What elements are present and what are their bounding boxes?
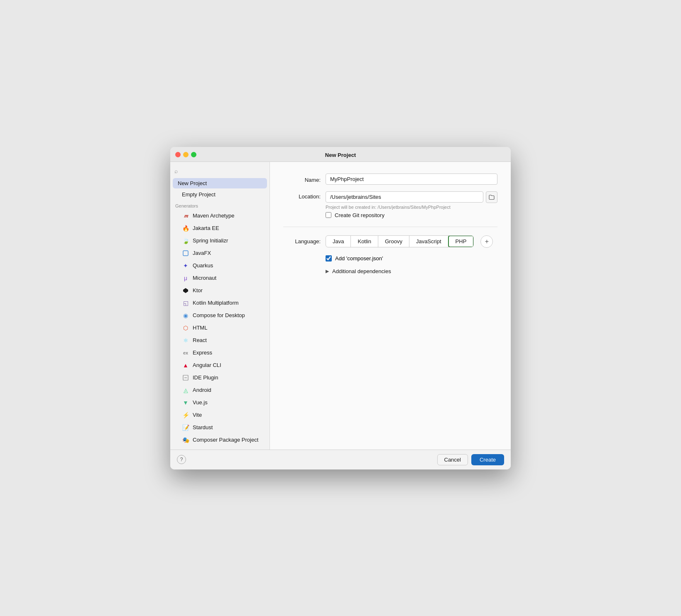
ktor-icon — [182, 287, 189, 294]
android-icon: ◬ — [182, 386, 189, 394]
create-git-checkbox[interactable] — [326, 212, 331, 218]
new-project-dialog: New Project ⌕ New Project Empty Project … — [170, 147, 511, 469]
javafx-icon — [182, 249, 189, 257]
help-icon: ? — [180, 457, 183, 462]
folder-icon — [489, 194, 495, 200]
sidebar-item-javafx[interactable]: JavaFX — [173, 247, 267, 259]
sidebar-item-html[interactable]: ⬡ HTML — [173, 322, 267, 334]
create-button[interactable]: Create — [471, 454, 504, 465]
language-javascript-button[interactable]: JavaScript — [409, 236, 448, 247]
sidebar-item-kotlin-multiplatform[interactable]: ◱ Kotlin Multiplatform — [173, 297, 267, 309]
vuejs-label: Vue.js — [193, 399, 208, 406]
location-field-container: Project will be created in: /Users/jetbr… — [326, 191, 497, 218]
name-label: Name: — [283, 175, 321, 183]
svg-marker-1 — [183, 288, 188, 293]
window-controls — [175, 152, 196, 157]
name-input[interactable] — [326, 174, 497, 185]
micronaut-icon: μ — [182, 274, 189, 282]
cancel-button[interactable]: Cancel — [437, 454, 468, 465]
composer-package-project-label: Composer Package Project — [193, 437, 258, 443]
sidebar-item-quarkus[interactable]: ✦ Quarkus — [173, 260, 267, 271]
language-label: Language: — [283, 238, 321, 244]
vite-icon: ⚡ — [182, 411, 189, 419]
chevron-right-icon: ▶ — [326, 269, 329, 274]
help-button[interactable]: ? — [177, 455, 186, 464]
footer-actions: Cancel Create — [437, 454, 505, 465]
title-bar: New Project — [170, 147, 511, 162]
language-kotlin-button[interactable]: Kotlin — [351, 236, 378, 247]
sidebar-item-react[interactable]: ⚛ React — [173, 335, 267, 346]
language-groovy-button[interactable]: Groovy — [378, 236, 409, 247]
kotlin-multiplatform-label: Kotlin Multiplatform — [193, 300, 239, 306]
jakarta-ee-label: Jakarta EE — [193, 225, 219, 231]
spring-initializr-icon: 🍃 — [182, 237, 189, 244]
dialog-body: ⌕ New Project Empty Project Generators 𝑚… — [170, 162, 511, 450]
sidebar-item-android[interactable]: ◬ Android — [173, 384, 267, 396]
sidebar-item-spring-initializr[interactable]: 🍃 Spring Initializr — [173, 235, 267, 247]
name-row: Name: — [283, 174, 497, 185]
search-icon: ⌕ — [174, 168, 178, 174]
vuejs-icon: ▼ — [182, 399, 189, 406]
jakarta-ee-icon: 🔥 — [182, 225, 189, 232]
react-label: React — [193, 337, 207, 343]
sidebar-item-stardust[interactable]: 📝 Stardust — [173, 422, 267, 433]
language-button-group: Java Kotlin Groovy JavaScript PHP — [326, 235, 474, 247]
language-php-button[interactable]: PHP — [448, 235, 474, 247]
add-composer-checkbox[interactable] — [326, 255, 332, 262]
maven-archetype-icon: 𝑚 — [182, 212, 189, 220]
html-label: HTML — [193, 325, 207, 331]
location-input[interactable] — [326, 191, 483, 203]
stardust-label: Stardust — [193, 424, 213, 430]
sidebar: ⌕ New Project Empty Project Generators 𝑚… — [170, 162, 270, 450]
composer-row: Add 'composer.json' — [326, 255, 497, 262]
maximize-button[interactable] — [191, 152, 196, 157]
project-path-hint: Project will be created in: /Users/jetbr… — [326, 205, 497, 210]
create-git-label[interactable]: Create Git repository — [335, 212, 385, 218]
express-label: Express — [193, 350, 212, 356]
quarkus-label: Quarkus — [193, 262, 213, 269]
compose-desktop-icon: ◉ — [182, 312, 189, 319]
empty-project-label: Empty Project — [182, 191, 216, 198]
browse-folder-button[interactable] — [486, 191, 497, 203]
sidebar-item-ktor[interactable]: Ktor — [173, 285, 267, 296]
sidebar-item-maven-archetype[interactable]: 𝑚 Maven Archetype — [173, 210, 267, 222]
language-java-button[interactable]: Java — [326, 236, 351, 247]
composer-package-project-icon: 🎭 — [182, 436, 189, 444]
compose-desktop-label: Compose for Desktop — [193, 312, 245, 318]
footer-left: ? — [177, 455, 186, 464]
add-language-button[interactable]: + — [480, 235, 493, 248]
sidebar-item-empty-project[interactable]: Empty Project — [173, 189, 267, 200]
stardust-icon: 📝 — [182, 424, 189, 431]
additional-dependencies-row[interactable]: ▶ Additional dependencies — [326, 268, 497, 274]
react-icon: ⚛ — [182, 337, 189, 344]
additional-dependencies-label: Additional dependencies — [332, 268, 391, 274]
dialog-title: New Project — [325, 152, 356, 158]
sidebar-item-angular-cli[interactable]: ▲ Angular CLI — [173, 359, 267, 371]
close-button[interactable] — [175, 152, 181, 157]
android-label: Android — [193, 387, 211, 393]
sidebar-item-new-project[interactable]: New Project — [173, 178, 267, 188]
ide-plugin-label: IDE Plugin — [193, 374, 218, 381]
new-project-label: New Project — [178, 180, 207, 186]
generators-section-label: Generators — [170, 200, 269, 210]
javafx-label: JavaFX — [193, 250, 211, 256]
sidebar-item-express[interactable]: ex Express — [173, 347, 267, 359]
sidebar-item-vite[interactable]: ⚡ Vite — [173, 409, 267, 421]
section-divider — [283, 227, 497, 227]
minimize-button[interactable] — [183, 152, 189, 157]
sidebar-item-compose-desktop[interactable]: ◉ Compose for Desktop — [173, 310, 267, 321]
add-composer-label[interactable]: Add 'composer.json' — [335, 255, 383, 262]
sidebar-item-composer-package-project[interactable]: 🎭 Composer Package Project — [173, 434, 267, 446]
kotlin-multiplatform-icon: ◱ — [182, 299, 189, 307]
search-bar: ⌕ — [170, 165, 269, 178]
maven-archetype-label: Maven Archetype — [193, 213, 234, 219]
vite-label: Vite — [193, 412, 202, 418]
sidebar-item-jakarta-ee[interactable]: 🔥 Jakarta EE — [173, 222, 267, 234]
sidebar-item-ide-plugin[interactable]: IDE Plugin — [173, 372, 267, 384]
quarkus-icon: ✦ — [182, 262, 189, 269]
sidebar-item-vuejs[interactable]: ▼ Vue.js — [173, 397, 267, 408]
sidebar-item-micronaut[interactable]: μ Micronaut — [173, 272, 267, 284]
search-input[interactable] — [180, 168, 265, 174]
ktor-label: Ktor — [193, 287, 203, 293]
svg-rect-0 — [183, 251, 188, 256]
